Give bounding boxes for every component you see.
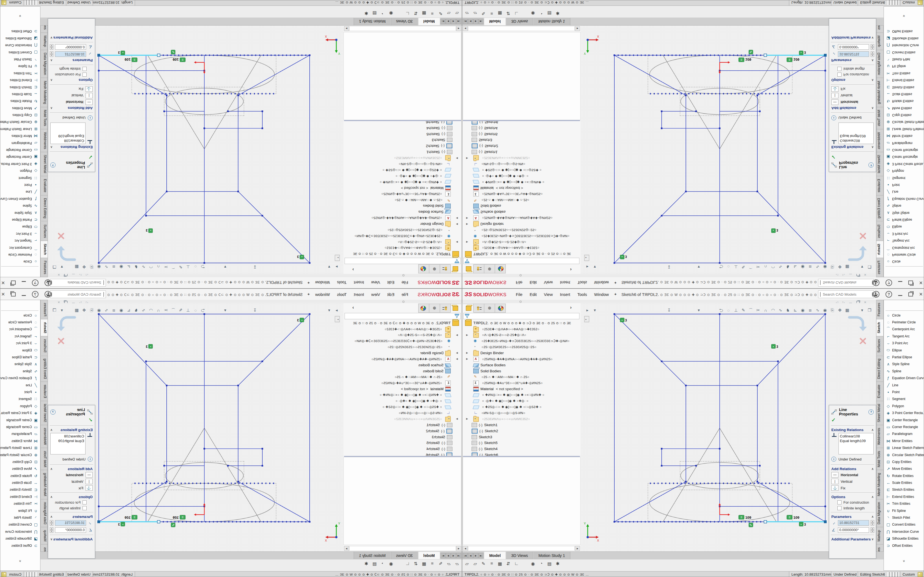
panel-grab-handle[interactable] <box>402 274 404 276</box>
motion-toolbar-icon[interactable]: ≡ <box>488 10 495 17</box>
tree-item[interactable]: ▶ (-) Sketch2 <box>462 428 580 434</box>
tree-item[interactable]: ▶ ○ ✚ИN◎∷+○ ✱ ◉[○◦○]◉ ✱ ○+∷◎ИN✚ ○ <box>462 179 580 185</box>
command-tab[interactable]: Data Migration <box>40 50 48 78</box>
feature-manager-splitter[interactable] <box>344 120 461 121</box>
sketch-tool-item[interactable]: ∪ Fit Spline <box>0 507 40 514</box>
sketch-tool-item[interactable]: ⋈ Mirror Entities <box>884 437 924 444</box>
command-tab[interactable]: Evaluate <box>876 176 884 195</box>
pin-icon[interactable]: ✦ <box>614 280 617 285</box>
motion-toolbar-icon[interactable]: ≡ <box>488 560 495 567</box>
section-additional-parameters[interactable]: Additional Parameters∨ <box>829 35 876 41</box>
feature-manager-tab[interactable] <box>463 264 473 273</box>
checkbox[interactable] <box>837 500 842 504</box>
sketch-tool-item[interactable]: ▱ Parallelogram <box>884 140 924 147</box>
sketch-tool-item[interactable]: ▱ Parallelogram <box>0 430 40 437</box>
sketch-tool-item[interactable]: ∧ Style Spline <box>0 361 40 367</box>
menu-item[interactable]: File <box>516 280 522 285</box>
sketch-tool-item[interactable]: ƒ Equation Driven Curve <box>884 195 924 202</box>
close-button[interactable]: × <box>919 292 922 297</box>
section-add-relations[interactable]: Add Relations∧ <box>829 466 876 472</box>
sketch-tool-item[interactable]: ⊢ Extend Entities <box>0 493 40 500</box>
expand-arrow-icon[interactable]: ▶ <box>466 334 468 336</box>
sketch-tool-item[interactable]: ▣ Center Rectangle <box>884 417 924 424</box>
sketch-tool-item[interactable]: ∷ Segment <box>0 174 40 181</box>
motion-toolbar-icon[interactable]: ◔ <box>538 560 545 567</box>
menu-item[interactable]: Insert <box>354 292 364 297</box>
tree-item[interactable]: ▶ Solid Bodies <box>344 368 462 374</box>
line-endpoint-handle[interactable] <box>764 54 767 56</box>
motion-toolbar-icon[interactable]: ⇵ <box>412 560 419 567</box>
sketch-tool-item[interactable]: ▪ Point <box>0 388 40 395</box>
sketch-tool-item[interactable]: ⬭ Ellipse <box>0 223 40 230</box>
motion-toolbar-icon[interactable]: ▦ <box>420 10 428 17</box>
motion-toolbar-icon[interactable]: ⇵ <box>505 10 512 17</box>
sketch-tool-item[interactable]: ↔ Scale Entities <box>884 91 924 98</box>
option-checkbox[interactable]: Infinite length <box>48 66 95 72</box>
expand-arrow-icon[interactable]: ▶ <box>456 217 458 219</box>
tree-item[interactable]: ▶ ○253Ɛ✚◦∷◎ΛAΦ○◦○ΦAΛ◎∷◦✚Ɛ352○ <box>462 245 580 251</box>
panel-expand-icon[interactable]: › <box>352 305 354 310</box>
sketch-tool-item[interactable]: ⊂ Partial Ellipse <box>884 354 924 361</box>
scrollbar-track[interactable] <box>468 546 575 551</box>
sketch-tool-item[interactable]: ⋂ Intersection Curve <box>0 42 40 49</box>
sketch-lines[interactable] <box>99 55 310 263</box>
parameter-value[interactable]: 0.00000000° <box>55 44 86 50</box>
sketch-tool-item[interactable]: ⊛ Circular Sketch Pattern <box>884 451 924 458</box>
help-icon[interactable]: ? <box>32 291 39 298</box>
tree-item[interactable]: ▶ ○25✚3Ɛ25○ИN◎◦✚⊃Ↄ3ƐƱ3Ɛ25○◦○253ƐƱ3Ɛ⊃Ↄ✚◦◎… <box>344 233 462 239</box>
tree-item[interactable]: ▶ ○ ✚Ƨ5◎◦∷○ ✱ ◉[○◦○]◉ ✱ ○∷◦◎5Ƨ✚ ○ <box>462 167 580 173</box>
section-existing-relations[interactable]: Existing Relations∧ <box>48 427 95 432</box>
section-options[interactable]: Options∧ <box>829 494 876 500</box>
tree-item[interactable]: ▶ Solid Bodies <box>462 203 580 209</box>
sketch-tool-item[interactable]: ⌣ 3 Point Arc <box>0 340 40 347</box>
section-options[interactable]: Options∧ <box>48 494 95 500</box>
edit-badge[interactable]: ✎ <box>171 523 175 527</box>
feature-manager-tab[interactable] <box>463 304 473 313</box>
motion-toolbar-icon[interactable]: ◔ <box>379 560 386 567</box>
tree-item[interactable]: ▶ Material < not specified > <box>462 185 580 191</box>
command-tab[interactable]: Weldments <box>876 425 884 448</box>
search-input[interactable] <box>822 292 872 297</box>
equal-relation-badge[interactable]: = 109 <box>787 57 800 62</box>
relation-entry[interactable]: Collinear108 <box>840 434 872 438</box>
motion-toolbar-icon[interactable]: ✱ <box>363 560 370 567</box>
checkbox[interactable] <box>837 506 842 510</box>
sketch-tool-item[interactable]: ƒ Equation Driven Curve <box>0 375 40 382</box>
motion-toolbar-icon[interactable]: ✎ <box>437 10 444 17</box>
feature-manager-tab[interactable] <box>429 264 440 273</box>
tree-item[interactable]: ▶ ○25∙∩ ✱ ∷AM○◦○MA∷ ✱ ∩∙25○ <box>344 374 462 380</box>
relation-badge[interactable]: ▪ 3 <box>297 318 304 322</box>
panel-expand-icon[interactable]: › <box>570 267 572 272</box>
sketch-tool-item[interactable]: ⬭ Ellipse <box>884 223 924 230</box>
tree-item[interactable]: ▶ ○ ∙◎✚○ ✱ ◉[○◦○]◉ ✱ ○✚◎∙ ○ <box>344 398 462 404</box>
sketch-tool-item[interactable]: ╱ Line <box>884 189 924 195</box>
sketch-tool-item[interactable]: ⋂ Intersection Curve <box>884 528 924 535</box>
account-icon[interactable] <box>873 291 879 298</box>
add-relation-button[interactable]: — Horizontal <box>829 472 876 478</box>
expand-arrow-icon[interactable]: ▶ <box>456 241 458 243</box>
tree-item[interactable]: ▶ (-) Sketch1 <box>344 422 462 428</box>
tree-filter-box[interactable] <box>344 313 460 319</box>
menu-item[interactable]: View <box>371 280 380 285</box>
tree-filter-box[interactable] <box>464 313 580 319</box>
tree-item[interactable]: ▶ ○25ИN◎◦✚A∪°3Ɛ○◦○3Ɛ°∪A✚◦◎ИN25○ <box>462 191 580 197</box>
motion-toolbar-icon[interactable]: ✱ <box>363 10 370 17</box>
relation-badge[interactable]: ▪ 3 <box>620 255 627 259</box>
menu-item[interactable]: Window <box>594 280 609 285</box>
tree-item[interactable]: ▶ (-) Sketch1 <box>462 422 580 428</box>
parameter-value[interactable]: 10.88152731 <box>55 520 86 525</box>
sketch-tool-item[interactable]: ▪ Point <box>0 181 40 188</box>
option-checkbox[interactable]: For construction <box>48 72 95 77</box>
sketch-tool-item[interactable]: ⊢ Extend Entities <box>884 493 924 500</box>
minimize-button[interactable] <box>898 295 902 296</box>
tree-filter-box[interactable] <box>344 258 460 264</box>
close-button[interactable]: × <box>2 280 5 285</box>
tree-item[interactable]: ▶ ○253Ɛ✚◦∷◎ΛAΦ○◦○ΦAΛ◎∷◦✚Ɛ352○ <box>344 326 462 332</box>
expand-arrow-icon[interactable]: ▶ <box>466 223 468 226</box>
parameter-spinner[interactable]: ▲▼ <box>50 52 53 57</box>
minimize-button[interactable] <box>898 281 902 282</box>
edit-badge[interactable]: ✎ <box>171 50 175 54</box>
section-parameters[interactable]: Parameters∧ <box>829 514 876 519</box>
sketch-tool-item[interactable]: ◝ Sketch Fillet <box>884 514 924 521</box>
motion-toolbar-icon[interactable]: ▤ <box>546 10 553 17</box>
